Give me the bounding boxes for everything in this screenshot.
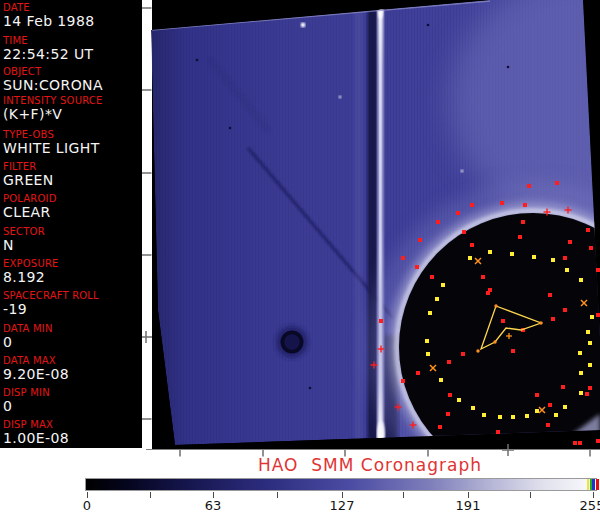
red-marker-dot [589,246,593,250]
instrument-title: HAO SMM Coronagraph [140,455,600,475]
yellow-marker-dot [457,398,461,402]
polygon-vertex-dot [494,304,497,307]
red-marker-dot [456,211,460,215]
left-axis-gutter [142,0,152,450]
field-label: DATA MIN [3,323,53,334]
sidebar-field: TYPE-OBSWHITE LIGHT [3,129,100,156]
yellow-marker-dot [426,352,430,356]
yellow-marker-dot [525,414,529,418]
star [301,23,306,28]
red-marker-dot [415,265,419,269]
yellow-marker-dot [510,252,514,256]
sidebar-field: SECTORN [3,226,45,253]
red-marker-dot [555,181,559,185]
yellow-marker-dot [439,378,443,382]
red-marker-dot [500,201,504,205]
field-label: OBJECT [3,66,103,77]
sidebar-field: SPACECRAFT ROLL-19 [3,290,99,317]
field-value: 22:54:52 UT [3,47,94,62]
sidebar-field: DATE14 Feb 1988 [3,2,95,29]
red-marker-dot [548,293,552,297]
yellow-marker-dot [488,250,492,254]
red-marker-dot [596,313,600,317]
yellow-marker-dot [586,330,590,334]
field-label: TIME [3,35,94,46]
yellow-marker-dot [428,311,432,315]
red-marker-dot [401,256,405,260]
colorbar-label: 191 [456,498,481,512]
red-marker-dot [546,423,550,427]
field-value: WHITE LIGHT [3,141,100,156]
dark-speck [196,59,199,62]
red-marker-dot [447,360,451,364]
intensity-colorbar [85,478,597,491]
colorbar-label: 255 [580,498,600,512]
red-marker-dot [438,425,442,429]
red-marker-dot [470,243,474,247]
yellow-marker-dot [468,256,472,260]
yellow-marker-dot [588,363,592,367]
yellow-marker-dot [579,391,583,395]
red-marker-dot [578,441,582,445]
metadata-sidebar: DATE14 Feb 1988TIME22:54:52 UTOBJECTSUN:… [0,0,142,448]
polygon-vertex-dot [476,349,479,352]
field-value: CLEAR [3,205,57,220]
red-marker-dot [585,392,589,396]
sidebar-field: DISP MIN0 [3,387,50,414]
yellow-marker-dot [471,406,475,410]
star [339,96,342,99]
field-value: 14 Feb 1988 [3,14,95,29]
colorbar-label: 0 [83,498,91,512]
sidebar-field: POLAROIDCLEAR [3,193,57,220]
sidebar-field: TIME22:54:52 UT [3,35,94,62]
red-marker-dot [401,379,405,383]
red-marker-dot [496,430,500,434]
dark-speck [427,24,430,27]
red-marker-dot [573,441,577,445]
red-marker-dot [436,220,440,224]
yellow-marker-dot [563,405,567,409]
field-value: N [3,238,45,253]
colorbar-tick [530,492,531,498]
dark-speck [229,127,232,130]
red-marker-dot [486,291,490,295]
red-marker-dot [586,228,590,232]
red-marker-dot [430,275,434,279]
sidebar-field: DATA MAX9.20E-08 [3,355,69,382]
sidebar-field: DISP MAX1.00E-08 [3,419,69,446]
sidebar-field: EXPOSURE8.192 [3,258,59,285]
red-marker-dot [446,412,450,416]
colorbar-label: 63 [205,498,222,512]
sidebar-field: DATA MIN0 [3,323,53,350]
field-value: 0 [3,399,50,414]
yellow-marker-dot [511,415,515,419]
field-value: 9.20E-08 [3,367,69,382]
field-label: DATE [3,2,95,13]
yellow-marker-dot [565,268,569,272]
sidebar-field: FILTERGREEN [3,161,54,188]
red-marker-dot [527,184,531,188]
field-label: FILTER [3,161,54,172]
colorbar-tick [403,492,404,498]
coronagraph-image-panel[interactable] [142,0,600,462]
field-value: GREEN [3,173,54,188]
sidebar-field: INTENSITY SOURCE(K+F)*V [3,95,103,122]
red-marker-dot [416,371,420,375]
red-marker-dot [563,308,567,312]
field-label: SECTOR [3,226,45,237]
coronagraph-image [151,0,600,462]
yellow-marker-dot [579,278,583,282]
colorbar-end-stripe [596,479,599,490]
red-marker-dot [448,393,452,397]
red-marker-dot [379,319,383,323]
polygon-vertex-dot [539,321,542,324]
red-marker-dot [501,319,505,323]
red-marker-dot [418,238,422,242]
field-value: 8.192 [3,270,59,285]
field-label: DISP MIN [3,387,50,398]
yellow-marker-dot [425,339,429,343]
red-marker-dot [511,349,515,353]
dark-speck [507,66,510,69]
field-label: TYPE-OBS [3,129,100,140]
yellow-marker-dot [535,409,539,413]
